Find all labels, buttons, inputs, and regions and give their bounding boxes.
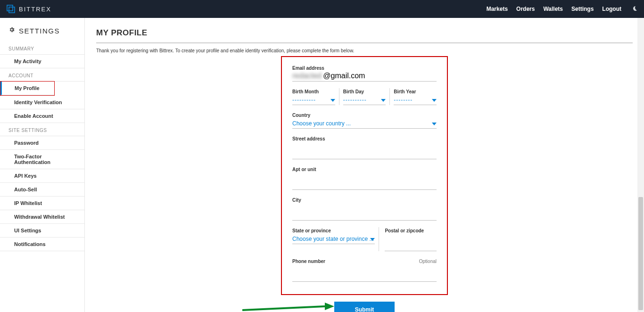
birth-day-field[interactable]: Birth Day ---------- (343, 88, 386, 105)
sidebar-item-activity[interactable]: My Activity (0, 55, 84, 68)
nav-settings[interactable]: Settings (571, 6, 594, 12)
phone-input[interactable] (292, 265, 437, 274)
apt-label: Apt or unit (292, 167, 437, 172)
nav-markets[interactable]: Markets (487, 6, 508, 12)
profile-form-highlight: Email address redacted @gmail.com Birth … (281, 56, 448, 295)
main-content: MY PROFILE Thank you for registering wit… (85, 18, 644, 312)
postal-input[interactable] (385, 235, 437, 243)
brand-name: BITTREX (19, 6, 51, 13)
country-label: Country (292, 113, 437, 118)
dark-mode-icon[interactable] (632, 5, 637, 13)
sidebar-item-twofa[interactable]: Two-Factor Authentication (0, 150, 84, 169)
phone-optional: Optional (419, 259, 437, 264)
scrollbar-thumb[interactable] (638, 197, 643, 310)
apt-field[interactable]: Apt or unit (292, 166, 437, 190)
section-site-label: SITE SETTINGS (0, 123, 84, 136)
state-field[interactable]: State or province Choose your state or p… (292, 227, 375, 244)
birth-month-value: ---------- (292, 97, 316, 103)
email-field: Email address redacted @gmail.com (292, 65, 437, 82)
postal-field[interactable]: Postal or zipcode (385, 227, 437, 251)
section-summary-label: SUMMARY (0, 41, 84, 55)
chevron-down-icon (432, 99, 437, 102)
email-value: redacted @gmail.com (292, 72, 437, 80)
sidebar-item-identity[interactable]: Identity Verification (0, 96, 84, 109)
page-title: MY PROFILE (96, 28, 633, 43)
bittrex-logo-icon (7, 5, 15, 13)
phone-field[interactable]: Phone number Optional (292, 258, 437, 282)
sidebar-item-password[interactable]: Password (0, 136, 84, 150)
chevron-down-icon (370, 238, 375, 241)
nav-logout[interactable]: Logout (602, 6, 621, 12)
state-label: State or province (292, 228, 375, 233)
phone-label: Phone number (292, 259, 437, 264)
city-field[interactable]: City (292, 197, 437, 221)
email-label: Email address (292, 66, 437, 71)
city-input[interactable] (292, 204, 437, 213)
birth-day-value: ---------- (343, 97, 367, 103)
sidebar-item-profile[interactable]: My Profile (0, 82, 54, 95)
profile-highlight-box: My Profile (0, 81, 55, 96)
top-bar: BITTREX Markets Orders Wallets Settings … (0, 0, 644, 18)
sidebar-item-autosell[interactable]: Auto-Sell (0, 183, 84, 197)
email-redacted: redacted (292, 72, 322, 80)
section-account-label: ACCOUNT (0, 68, 84, 82)
chevron-down-icon (381, 99, 386, 102)
svg-line-2 (242, 306, 325, 310)
birth-year-field[interactable]: Birth Year -------- (394, 88, 437, 105)
sidebar-item-notif[interactable]: Notifications (0, 238, 84, 251)
top-nav: Markets Orders Wallets Settings Logout (487, 5, 637, 13)
postal-label: Postal or zipcode (385, 228, 437, 233)
birth-month-field[interactable]: Birth Month ---------- (292, 88, 335, 105)
sidebar-item-ipwhite[interactable]: IP Whitelist (0, 197, 84, 210)
profile-form: Email address redacted @gmail.com Birth … (292, 65, 437, 282)
svg-rect-1 (9, 7, 15, 13)
sidebar-item-wwhite[interactable]: Withdrawal Whitelist (0, 210, 84, 224)
chevron-down-icon (330, 99, 335, 102)
scrollbar[interactable] (637, 18, 644, 312)
sidebar-item-uiset[interactable]: UI Settings (0, 224, 84, 238)
chevron-down-icon (432, 123, 437, 125)
submit-button[interactable]: Submit (334, 302, 395, 312)
nav-orders[interactable]: Orders (516, 6, 535, 12)
settings-title: SETTINGS (19, 27, 60, 35)
sidebar-item-apikeys[interactable]: API Keys (0, 169, 84, 183)
birth-month-label: Birth Month (292, 89, 335, 94)
intro-text: Thank you for registering with Bittrex. … (96, 48, 633, 53)
apt-input[interactable] (292, 173, 437, 182)
sidebar-item-enable[interactable]: Enable Account (0, 109, 84, 123)
city-label: City (292, 197, 437, 203)
gear-icon (8, 26, 15, 35)
email-suffix: @gmail.com (323, 72, 365, 80)
birth-year-value: -------- (394, 97, 413, 103)
country-placeholder: Choose your country ... (292, 120, 351, 127)
svg-rect-0 (7, 5, 13, 11)
street-label: Street address (292, 136, 437, 141)
brand: BITTREX (7, 5, 51, 13)
birth-year-label: Birth Year (394, 89, 437, 94)
state-placeholder: Choose your state or province ... (292, 236, 374, 242)
street-input[interactable] (292, 143, 437, 151)
svg-marker-3 (325, 303, 334, 310)
country-field[interactable]: Country Choose your country ... (292, 112, 437, 129)
street-field[interactable]: Street address (292, 135, 437, 159)
arrow-icon (242, 302, 337, 312)
birth-day-label: Birth Day (343, 89, 386, 94)
nav-wallets[interactable]: Wallets (543, 6, 563, 12)
settings-sidebar: SETTINGS SUMMARY My Activity ACCOUNT My … (0, 18, 85, 312)
settings-heading: SETTINGS (0, 26, 84, 41)
